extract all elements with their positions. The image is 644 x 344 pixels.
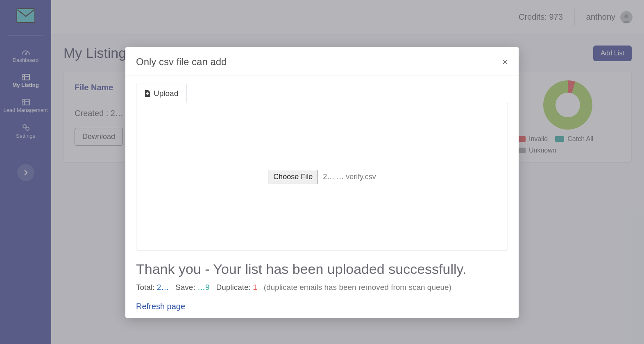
modal-close-button[interactable]: × [502, 56, 508, 68]
modal-header: Only csv file can add × [125, 47, 519, 75]
tab-upload-label: Upload [154, 89, 178, 98]
duplicate-note: (duplicate emails has been removed from … [264, 283, 451, 292]
refresh-page-link[interactable]: Refresh page [136, 302, 185, 311]
upload-panel: Choose File 2… … verify.csv [136, 103, 508, 251]
save-label: Save: [175, 283, 195, 292]
close-icon: × [502, 56, 508, 67]
modal-overlay[interactable]: Only csv file can add × Upload Choose Fi… [0, 0, 644, 344]
upload-counts-line: Total: 2… Save: …9 Duplicate: 1 (duplica… [136, 283, 508, 292]
chosen-file-name: 2… … verify.csv [323, 173, 376, 181]
duplicate-value: 1 [253, 283, 257, 292]
file-upload-icon [145, 90, 150, 97]
upload-success-message: Thank you - Your list has been uploaded … [136, 261, 508, 277]
total-label: Total: [136, 283, 154, 292]
save-value: …9 [197, 283, 210, 292]
tab-upload[interactable]: Upload [136, 84, 187, 103]
choose-file-button[interactable]: Choose File [268, 170, 318, 184]
upload-modal: Only csv file can add × Upload Choose Fi… [125, 47, 519, 318]
total-value: 2… [157, 283, 169, 292]
modal-tab-nav: Upload [136, 84, 508, 103]
modal-title: Only csv file can add [136, 56, 227, 68]
duplicate-label: Duplicate: [216, 283, 251, 292]
modal-body: Upload Choose File 2… … verify.csv Thank… [125, 75, 519, 314]
